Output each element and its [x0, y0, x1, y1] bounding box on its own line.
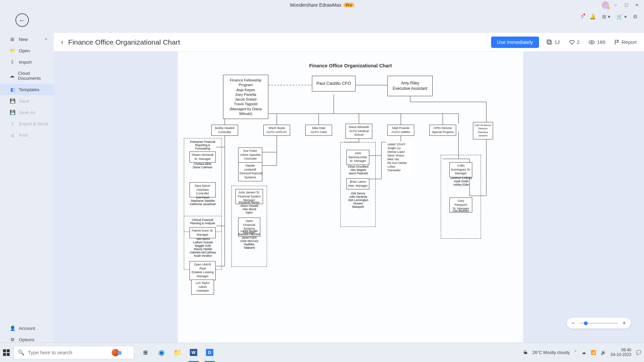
word-app[interactable]: W — [187, 346, 200, 359]
sidebar-label: Open — [19, 48, 30, 53]
use-immediately-button[interactable]: Use immediately — [491, 37, 539, 48]
account-icon: 👤 — [9, 325, 15, 331]
start-button[interactable] — [3, 349, 10, 356]
weather-text[interactable]: 26°C Mostly cloudy — [532, 350, 570, 355]
org-text: Elizabeth Barber Alison Oswald Alan Wood… — [235, 201, 263, 214]
sidebar-label: Account — [19, 326, 35, 331]
sidebar-item-templates[interactable]: ◧ Templates — [0, 84, 54, 95]
org-box: Sara Spicer Assistant Controller — [190, 182, 216, 197]
org-text: Ethan Drouillard Alex Wagner Jason Pasin… — [344, 165, 373, 175]
plus-icon[interactable]: + — [45, 36, 48, 42]
report-label: Report — [622, 39, 637, 45]
sidebar-label: Save — [19, 99, 29, 104]
import-icon: ⇩ — [9, 59, 15, 65]
edge-app[interactable]: ◉ — [155, 346, 168, 359]
sidebar-item-save: 💾 Save — [0, 95, 54, 107]
zoom-out-button[interactable]: − — [572, 320, 575, 327]
org-box: OPEI Director Special Projects — [429, 125, 456, 136]
header-back-button[interactable]: ‹ — [61, 38, 63, 47]
close-button[interactable]: ✕ — [633, 1, 641, 9]
flag-icon — [614, 39, 620, 45]
clock-date: 04-10-2023 — [611, 353, 631, 357]
sidebar-label: Templates — [19, 87, 40, 92]
org-box: Shawn Mcintosh Sr. Manager — [190, 152, 216, 163]
zoom-slider[interactable] — [579, 323, 619, 324]
org-text: Alex Bercu Lathem Gravatt Maggie Guth St… — [187, 237, 219, 257]
org-box: Open UMHS Real Estate& Leasing Manager — [190, 261, 216, 280]
clock-time: 06:40 — [611, 348, 631, 352]
org-text: Erin Favor Stephanie Staebler Katherine … — [188, 196, 218, 206]
taskbar-search[interactable]: 🔍 — [13, 346, 134, 359]
sidebar-label: Save As — [19, 110, 36, 115]
grid-icon[interactable]: ⊞ ▾ — [602, 14, 610, 20]
stat-value: 2 — [577, 39, 580, 45]
svg-rect-37 — [7, 349, 10, 352]
search-decoration — [110, 348, 130, 358]
cloud-icon: ☁ — [9, 73, 15, 78]
org-text: Lisa Bednarz — [449, 209, 472, 213]
sidebar-label: Import — [19, 60, 32, 65]
sidebar-item-new[interactable]: ⊞ New + — [0, 34, 54, 45]
cart-icon[interactable]: 🛒 ▾ — [616, 14, 627, 20]
edrawmax-app[interactable]: D — [203, 346, 216, 359]
page-title: Finance Office Organizational Chart — [68, 38, 491, 46]
notifications-icon[interactable]: 💬 — [636, 350, 641, 355]
sidebar-item-cloud[interactable]: ☁ Cloud Documents — [0, 68, 54, 84]
help-icon[interactable]: ? — [581, 14, 583, 20]
search-icon: 🔍 — [18, 349, 24, 356]
org-box: Mike Klatt ACFO C&W — [305, 125, 332, 136]
org-text: Lance Boylan Barbara Facchini Janet Futc… — [235, 229, 263, 249]
zoom-in-button[interactable]: + — [622, 320, 626, 327]
svg-rect-36 — [3, 349, 6, 352]
sidebar-item-export: ⇪ Export & Send — [0, 118, 54, 129]
org-text: Enterprise Financial Reporting & Forecas… — [186, 140, 219, 150]
org-box: John Barimacombe Sr. Manager — [346, 150, 369, 165]
org-box: Sherri Boyle ACFO UH/CVC — [263, 125, 290, 136]
stat-likes[interactable]: 2 — [569, 39, 580, 45]
bell-icon[interactable]: 🔔 — [590, 14, 596, 20]
chart-title: Finance Office Organizational Chart — [178, 63, 523, 68]
sidebar-item-import[interactable]: ⇩ Import — [0, 56, 54, 68]
report-button[interactable]: Report — [614, 39, 637, 45]
templates-icon: ◧ — [9, 87, 15, 92]
zoom-control: − + — [567, 318, 631, 328]
back-button[interactable]: ← — [15, 13, 29, 27]
maximize-button[interactable]: ▢ — [622, 1, 631, 9]
user-avatar[interactable] — [602, 1, 609, 9]
org-text: Desmon Embury Heidi Smith Ashley Elder — [446, 176, 476, 186]
org-text: Erik Denny Julie Hardesty Deb Lennington… — [344, 192, 373, 208]
canvas-area[interactable]: Finance Office Organizational Chart — [54, 52, 644, 349]
org-box-cfo: Paul Castillo CFO — [312, 76, 356, 92]
org-box-fellowship: Finance Fellowship Program Asja Kepes Jo… — [223, 75, 268, 119]
plus-square-icon: ⊞ — [9, 37, 15, 42]
org-box: Bobby Hewlett Controller — [211, 125, 238, 136]
taskbar-clock[interactable]: 06:40 04-10-2023 — [611, 348, 631, 357]
copy-icon — [546, 39, 552, 45]
stat-views[interactable]: 189 — [588, 39, 605, 45]
org-box: Brian Lance Inter. Manager — [346, 178, 369, 189]
explorer-app[interactable]: 📁 — [171, 346, 184, 359]
heart-icon — [569, 39, 575, 45]
folder-icon: 📁 — [9, 48, 15, 53]
minimize-button[interactable]: ─ — [611, 1, 620, 9]
sidebar-label: Cloud Documents — [18, 71, 49, 81]
search-input[interactable] — [28, 350, 107, 355]
volume-icon[interactable]: 🔊 — [601, 350, 606, 355]
onedrive-icon[interactable]: ☁ — [582, 350, 586, 355]
wifi-icon[interactable]: 📶 — [591, 350, 596, 355]
weather-icon[interactable]: 🌥 — [523, 350, 528, 355]
settings-icon[interactable]: ⚙ — [633, 14, 637, 20]
print-icon: 🖨 — [9, 132, 15, 138]
org-box: Carl St.Amour Director Reimbur sement — [473, 122, 493, 139]
sidebar-item-account[interactable]: 👤 Account — [0, 322, 54, 334]
svg-point-3 — [591, 42, 592, 43]
tray-chevron-icon[interactable]: ˄ — [575, 350, 577, 355]
org-staff-box: UMMF STAFF Xinglin Liu Denise Lopez Stev… — [386, 141, 413, 174]
sidebar-item-print: 🖨 Print — [0, 129, 54, 141]
svg-rect-39 — [7, 353, 10, 356]
sidebar-item-open[interactable]: 📁 Open — [0, 45, 54, 56]
org-box-ea: Amy Riley Executive Assistant — [387, 76, 433, 96]
org-box: Diana Witowski ACFO Medical School — [345, 124, 372, 139]
taskview-button[interactable]: ⊞ — [139, 346, 152, 359]
stat-copies[interactable]: 12 — [546, 39, 560, 45]
